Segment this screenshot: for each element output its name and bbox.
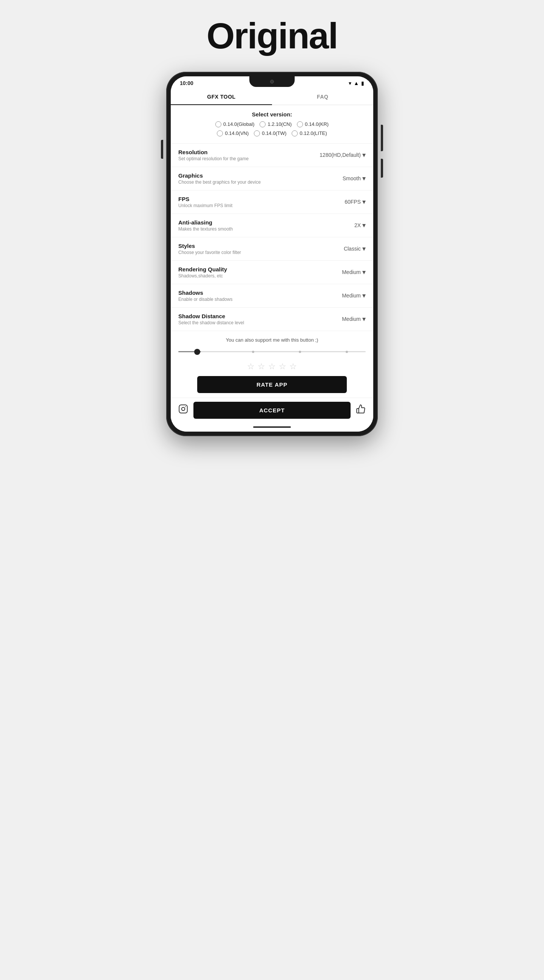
phone-notch — [249, 76, 295, 87]
setting-shadow-distance-label: Shadow Distance — [178, 313, 342, 319]
radio-global[interactable] — [215, 121, 221, 127]
setting-resolution-label: Resolution — [178, 149, 320, 155]
radio-tw[interactable] — [254, 130, 260, 137]
setting-graphics-desc: Choose the best graphics for your device — [178, 180, 343, 185]
setting-shadows: Shadows Enable or disable shadows Medium… — [171, 284, 373, 308]
setting-graphics-left: Graphics Choose the best graphics for yo… — [178, 172, 343, 185]
slider-thumb[interactable] — [194, 349, 200, 355]
version-option-kr[interactable]: 0.14.0(KR) — [297, 121, 329, 127]
radio-lite[interactable] — [292, 130, 298, 137]
version-option-vn[interactable]: 0.14.0(VN) — [217, 130, 249, 137]
instagram-icon[interactable] — [178, 404, 188, 416]
status-time: 10:00 — [180, 80, 193, 86]
battery-icon: ▮ — [361, 80, 364, 86]
wifi-icon: ▾ — [349, 80, 351, 86]
radio-cn[interactable] — [260, 121, 266, 127]
version-option-lite[interactable]: 0.12.0(LITE) — [292, 130, 327, 137]
setting-shadow-distance-right[interactable]: Medium ▾ — [342, 315, 366, 323]
setting-antialiasing-desc: Makes the textures smooth — [178, 226, 354, 232]
setting-antialiasing: Anti-aliasing Makes the textures smooth … — [171, 214, 373, 237]
setting-rendering-label: Rendering Quality — [178, 266, 342, 272]
slider-dot-1 — [252, 351, 254, 353]
side-button-right-bottom — [381, 159, 383, 178]
setting-fps: FPS Unlock maximum FPS limit 60FPS ▾ — [171, 191, 373, 214]
setting-resolution: Resolution Set optimal resolution for th… — [171, 144, 373, 167]
select-version-section: Select version: 0.14.0(Global) 1.2.10(CN… — [171, 105, 373, 144]
setting-shadows-label: Shadows — [178, 290, 342, 296]
setting-resolution-value: 1280(HD,Default) — [320, 152, 361, 158]
front-camera — [270, 80, 274, 84]
setting-resolution-right[interactable]: 1280(HD,Default) ▾ — [320, 151, 366, 159]
phone-screen: 10:00 ▾ ▲ ▮ GFX TOOL FAQ Select version:… — [171, 76, 373, 432]
support-slider[interactable] — [178, 348, 366, 356]
setting-shadows-left: Shadows Enable or disable shadows — [178, 290, 342, 302]
star-5[interactable]: ☆ — [289, 362, 297, 372]
star-3[interactable]: ☆ — [268, 362, 276, 372]
setting-styles-right[interactable]: Classic ▾ — [344, 245, 366, 253]
setting-graphics-label: Graphics — [178, 172, 343, 179]
home-indicator — [171, 424, 373, 432]
setting-antialiasing-value: 2X — [354, 222, 361, 228]
accept-button[interactable]: ACCEPT — [193, 402, 351, 419]
version-label-tw: 0.14.0(TW) — [262, 130, 286, 136]
tab-bar: GFX TOOL FAQ — [171, 88, 373, 105]
setting-styles-value: Classic — [344, 246, 361, 252]
version-option-global[interactable]: 0.14.0(Global) — [215, 121, 254, 127]
radio-vn[interactable] — [217, 130, 223, 137]
signal-icon: ▲ — [354, 80, 359, 86]
setting-graphics-right[interactable]: Smooth ▾ — [343, 174, 366, 183]
star-rating[interactable]: ☆ ☆ ☆ ☆ ☆ — [178, 362, 366, 372]
bottom-bar: ACCEPT — [171, 398, 373, 424]
version-option-tw[interactable]: 0.14.0(TW) — [254, 130, 286, 137]
status-icons: ▾ ▲ ▮ — [349, 80, 364, 86]
tab-faq[interactable]: FAQ — [272, 88, 373, 105]
setting-resolution-desc: Set optimal resolution for the game — [178, 156, 320, 161]
slider-dot-2 — [299, 351, 301, 353]
star-2[interactable]: ☆ — [258, 362, 265, 372]
setting-graphics: Graphics Choose the best graphics for yo… — [171, 167, 373, 191]
dropdown-arrow-resolution: ▾ — [362, 151, 366, 159]
select-version-title: Select version: — [174, 111, 370, 118]
version-label-global: 0.14.0(Global) — [223, 121, 254, 127]
version-row-1: 0.14.0(Global) 1.2.10(CN) 0.14.0(KR) — [174, 121, 370, 127]
side-button-right-top — [381, 125, 383, 151]
dropdown-arrow-graphics: ▾ — [362, 174, 366, 183]
dropdown-arrow-shadows: ▾ — [362, 291, 366, 300]
dropdown-arrow-fps: ▾ — [362, 198, 366, 206]
setting-rendering-value: Medium — [342, 269, 361, 275]
setting-styles: Styles Choose your favorite color filter… — [171, 237, 373, 261]
phone-device: 10:00 ▾ ▲ ▮ GFX TOOL FAQ Select version:… — [166, 72, 378, 436]
home-bar — [253, 426, 291, 428]
version-label-cn: 1.2.10(CN) — [268, 121, 292, 127]
setting-styles-left: Styles Choose your favorite color filter — [178, 243, 344, 255]
setting-rendering-right[interactable]: Medium ▾ — [342, 268, 366, 276]
rate-app-button[interactable]: RATE APP — [197, 376, 347, 393]
version-label-kr: 0.14.0(KR) — [305, 121, 329, 127]
setting-shadows-right[interactable]: Medium ▾ — [342, 291, 366, 300]
star-1[interactable]: ☆ — [247, 362, 255, 372]
tab-gfx-tool[interactable]: GFX TOOL — [171, 88, 272, 105]
svg-point-2 — [185, 406, 186, 407]
dropdown-arrow-styles: ▾ — [362, 245, 366, 253]
thumbsup-icon[interactable] — [356, 404, 366, 416]
version-option-cn[interactable]: 1.2.10(CN) — [260, 121, 292, 127]
setting-fps-right[interactable]: 60FPS ▾ — [344, 198, 366, 206]
dropdown-arrow-shadow-distance: ▾ — [362, 315, 366, 323]
version-label-vn: 0.14.0(VN) — [225, 130, 249, 136]
setting-styles-label: Styles — [178, 243, 344, 249]
setting-rendering: Rendering Quality Shadows,shaders, etc M… — [171, 261, 373, 284]
setting-shadow-distance-desc: Select the shadow distance level — [178, 320, 342, 325]
setting-fps-label: FPS — [178, 196, 344, 202]
setting-rendering-left: Rendering Quality Shadows,shaders, etc — [178, 266, 342, 278]
setting-shadows-desc: Enable or disable shadows — [178, 297, 342, 302]
star-4[interactable]: ☆ — [279, 362, 286, 372]
setting-antialiasing-left: Anti-aliasing Makes the textures smooth — [178, 219, 354, 232]
slider-track — [178, 351, 366, 352]
setting-shadow-distance: Shadow Distance Select the shadow distan… — [171, 308, 373, 331]
slider-dot-3 — [346, 351, 348, 353]
setting-antialiasing-right[interactable]: 2X ▾ — [354, 221, 366, 229]
setting-graphics-value: Smooth — [343, 175, 361, 181]
setting-fps-desc: Unlock maximum FPS limit — [178, 203, 344, 208]
radio-kr[interactable] — [297, 121, 303, 127]
support-text: You can also support me with this button… — [178, 337, 366, 343]
